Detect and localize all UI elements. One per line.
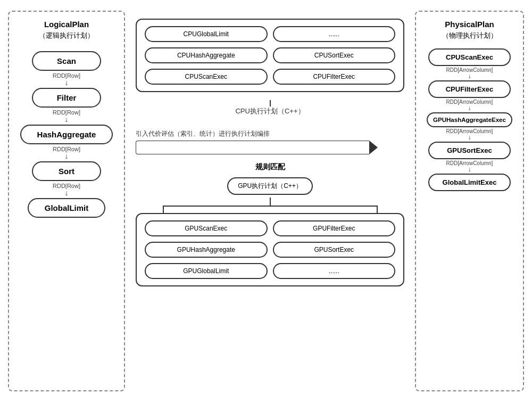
- gpu-sort-exec: GPUSortExec: [273, 242, 396, 258]
- cpu-ellipsis: ......: [273, 26, 396, 42]
- gpu-global-limit: GPUGlobalLimit: [145, 263, 268, 279]
- right-arrow-down-3: ↓: [468, 134, 471, 141]
- cost-arrow-container: 引入代价评估（索引、统计）进行执行计划编排: [136, 129, 404, 154]
- hash-aggregate-node: HashAggregate: [20, 125, 113, 144]
- right-arrow-down-1: ↓: [468, 73, 471, 79]
- right-arrow-down-4: ↓: [468, 166, 471, 173]
- middle-panel: CPUGlobalLimit ...... CPUHashAggregate C…: [130, 11, 410, 391]
- gpu-hash-aggregate-exec-node: GPUHashAggregateExec: [427, 112, 512, 127]
- scan-node: Scan: [32, 51, 101, 71]
- cpu-sort-exec: CPUSortExec: [273, 47, 396, 63]
- left-panel-subtitle: （逻辑执行计划）: [39, 31, 94, 40]
- gpu-sort-exec-node: GPUSortExec: [428, 142, 511, 159]
- gpu-scan-exec: GPUScanExec: [145, 220, 268, 236]
- right-panel-subtitle: （物理执行计划）: [442, 31, 497, 40]
- cpu-filter-exec: CPUFilterExec: [273, 69, 396, 85]
- global-limit-exec-node: GlobalLimitExec: [428, 174, 511, 191]
- arrow-down-2: ↓: [64, 116, 68, 123]
- right-arrow-down-2: ↓: [468, 105, 471, 111]
- filter-node: Filter: [32, 88, 101, 108]
- gpu-grid: GPUScanExec GPUFilterExec GPUHashAggrega…: [136, 213, 404, 286]
- arrow-down-3: ↓: [64, 152, 68, 160]
- gpu-hash-aggregate: GPUHashAggregate: [145, 242, 268, 258]
- cpu-scan-exec: CPUScanExec: [145, 69, 268, 85]
- cpu-filter-exec-node: CPUFilterExec: [428, 80, 511, 98]
- left-panel-title: LogicalPlan: [44, 20, 89, 29]
- left-flow: Scan RDD[Row] ↓ Filter RDD[Row] ↓ HashAg…: [20, 51, 113, 218]
- global-limit-node: GlobalLimit: [28, 198, 106, 218]
- right-panel: PhysicalPlan （物理执行计划） CPUScanExec RDD[Ar…: [415, 11, 524, 391]
- gpu-filter-exec: GPUFilterExec: [273, 220, 396, 236]
- cpu-label: CPU执行计划（C++）: [235, 106, 304, 116]
- main-container: LogicalPlan （逻辑执行计划） Scan RDD[Row] ↓ Fil…: [0, 0, 532, 402]
- gpu-ellipsis: ......: [273, 263, 396, 279]
- sort-node: Sort: [32, 161, 101, 181]
- left-panel: LogicalPlan （逻辑执行计划） Scan RDD[Row] ↓ Fil…: [8, 11, 125, 391]
- rule-match-label: 规则匹配: [255, 162, 285, 172]
- arrow-down-1: ↓: [64, 79, 68, 86]
- cpu-grid: CPUGlobalLimit ...... CPUHashAggregate C…: [136, 19, 404, 92]
- gpu-exec-label: GPU执行计划（C++）: [227, 177, 313, 195]
- cpu-hash-aggregate: CPUHashAggregate: [145, 47, 268, 63]
- cpu-global-limit: CPUGlobalLimit: [145, 26, 268, 42]
- arrow-down-4: ↓: [64, 189, 68, 196]
- right-panel-title: PhysicalPlan: [445, 20, 494, 29]
- right-flow: CPUScanExec RDD[ArrowColumn] ↓ CPUFilter…: [427, 48, 512, 191]
- cost-arrow-text: 引入代价评估（索引、统计）进行执行计划编排: [136, 129, 270, 138]
- cpu-scan-exec-node: CPUScanExec: [428, 48, 511, 66]
